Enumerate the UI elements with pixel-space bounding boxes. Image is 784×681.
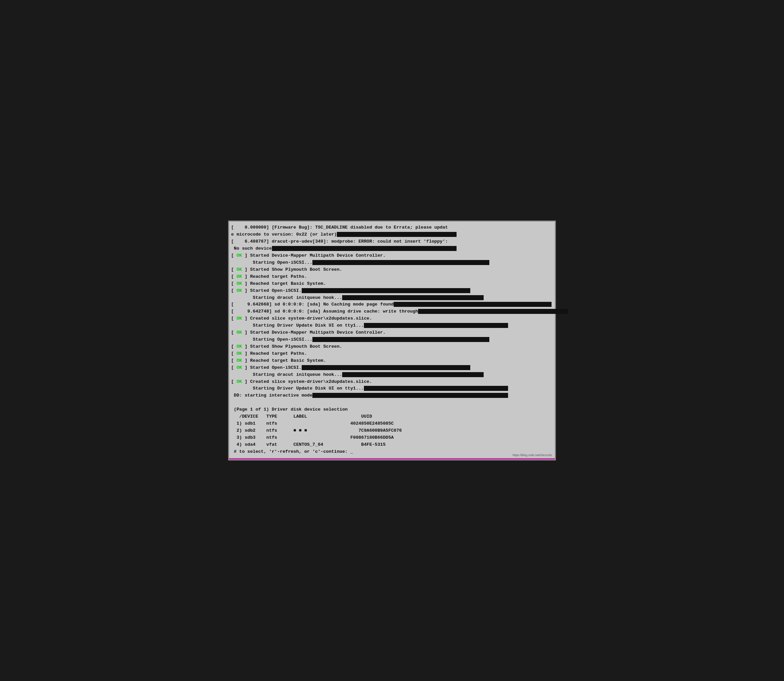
ok-line-7: [ OK ] Started Show Plymouth Boot Screen… <box>231 266 553 273</box>
h11 <box>342 372 484 377</box>
prompt-line[interactable]: # to select, 'r'-refresh, or 'c'-continu… <box>231 448 553 455</box>
log-line-15: Starting Driver Update Disk UI on tty1..… <box>231 322 553 329</box>
ok-badge8: OK <box>237 344 242 349</box>
log-line-2: e microcode to version: 0x22 (or later) <box>231 231 553 238</box>
ok-badge2: OK <box>237 267 242 272</box>
watermark: https://blog.csdn.net/cbcrzcbc <box>512 453 552 457</box>
ok-badge: OK <box>237 253 242 258</box>
h3 <box>312 260 489 265</box>
highlight-span2 <box>272 246 457 251</box>
ok-badge9: OK <box>237 351 242 356</box>
log-line-4: No such device <box>231 245 553 252</box>
table-row-4: 4) sda4 vfat CENTOS_7_64 B4FE-5315 <box>231 441 553 448</box>
section-header: (Page 1 of 1) Driver disk device selecti… <box>231 406 553 413</box>
h13 <box>312 393 508 398</box>
log-line-11: Starting dracut initqueue hook... <box>231 295 553 301</box>
table-column-header: /DEVICE TYPE LABEL UUID <box>231 413 553 420</box>
ok-line-10: [ OK ] Started Open-iSCSI. <box>231 287 553 295</box>
log-line-1: [ 0.000000] [Firmware Bug]: TSC_DEADLINE… <box>231 224 553 231</box>
log-line-22: Starting dracut initqueue hook... <box>231 371 553 379</box>
h9 <box>312 337 489 342</box>
ok-badge7: OK <box>237 330 242 335</box>
h8 <box>364 323 508 328</box>
log-line-25: DD: starting interactive mode <box>231 392 553 399</box>
ok-badge4: OK <box>237 281 242 286</box>
log-line-17: Starting Open-iSCSI... <box>231 336 553 343</box>
ok-line-19: [ OK ] Reached target Paths. <box>231 350 553 357</box>
ok-line-8: [ OK ] Reached target Paths. <box>231 273 553 280</box>
table-row-3: 3) sdb3 ntfs F00867180B66DD5A <box>231 434 553 441</box>
ok-line-21: [ OK ] Started Open-iSCSI. <box>231 364 553 371</box>
log-line-24: Starting Driver Update Disk UI on tty1..… <box>231 385 553 392</box>
ok-badge6: OK <box>237 316 242 321</box>
blank-line <box>231 399 553 406</box>
ok-badge3: OK <box>237 274 242 279</box>
ok-badge11: OK <box>237 365 242 370</box>
ok-line-20: [ OK ] Reached target Basic System. <box>231 357 553 364</box>
ok-line-9: [ OK ] Reached target Basic System. <box>231 280 553 287</box>
log-line-3: [ 6.408767] dracut-pre-udev[349]: modpro… <box>231 238 553 245</box>
log-line-12: [ 9.642668] sd 0:0:0:0: [sda] No Caching… <box>231 301 553 308</box>
ok-line-16: [ OK ] Started Device-Mapper Multipath D… <box>231 329 553 336</box>
h7 <box>418 309 568 314</box>
ok-badge5: OK <box>237 288 242 293</box>
log-line-13: [ 9.642748] sd 0:0:0:0: [sda] Assuming d… <box>231 308 553 315</box>
ok-line-23: [ OK ] Created slice system-driver\x2dup… <box>231 379 553 385</box>
ok-line-14: [ OK ] Created slice system-driver\x2dup… <box>231 315 553 322</box>
table-row-2: 2) sdb2 ntfs ■ ■ ■ 7C9A600B9A5FC076 <box>231 428 553 434</box>
ok-badge12: OK <box>237 379 242 384</box>
ok-badge10: OK <box>237 358 242 363</box>
h4 <box>302 288 470 293</box>
terminal-screen: [ 0.000000] [Firmware Bug]: TSC_DEADLINE… <box>229 222 555 458</box>
footer-bar <box>229 458 555 459</box>
ok-line-18: [ OK ] Started Show Plymouth Boot Screen… <box>231 343 553 350</box>
terminal-container: [ 0.000000] [Firmware Bug]: TSC_DEADLINE… <box>228 220 556 460</box>
h5 <box>342 295 484 300</box>
table-row-1: 1) sdb1 ntfs 4024850E2485085C <box>231 420 553 428</box>
h12 <box>364 386 508 391</box>
h6 <box>394 302 552 307</box>
h10 <box>302 365 470 370</box>
ok-line-5: [ OK ] Started Device-Mapper Multipath D… <box>231 252 553 259</box>
log-line-6: Starting Open-iSCSI... <box>231 259 553 266</box>
highlight-span <box>337 232 457 237</box>
